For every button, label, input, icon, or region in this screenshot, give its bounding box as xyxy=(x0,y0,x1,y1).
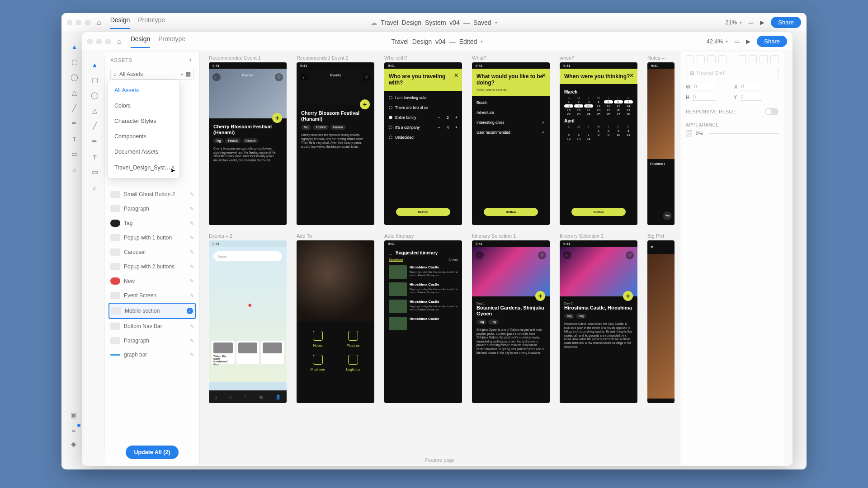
artboard-addto[interactable]: Notes Pictures Must see Logistics xyxy=(297,240,374,403)
zoom-tool-icon[interactable]: ⌕ xyxy=(70,164,80,174)
align-bottom-icon[interactable] xyxy=(708,55,716,63)
chevron-down-icon[interactable]: ▾ xyxy=(481,39,483,44)
component-item[interactable]: Popup with 2 buttons✎ xyxy=(108,259,196,274)
share-button[interactable]: Share xyxy=(757,36,787,47)
artboard-events2[interactable]: 9:41 Japan● Tokyo Big Sight Exhibition2 … xyxy=(209,240,287,403)
artboard-label[interactable]: Who with? xyxy=(384,55,462,61)
component-item[interactable]: Small Ghost Button 2✎ xyxy=(108,187,196,202)
favorite-icon[interactable]: ♡ xyxy=(626,251,634,259)
align-right-icon[interactable] xyxy=(738,55,746,63)
primary-button[interactable]: Button xyxy=(571,208,626,216)
edit-icon[interactable]: ✎ xyxy=(190,206,194,212)
select-tool-icon[interactable]: ▲ xyxy=(70,42,80,52)
mobile-preview-icon[interactable]: ▭ xyxy=(748,19,754,26)
ellipse-tool-icon[interactable]: ◯ xyxy=(90,90,100,100)
artboard-label[interactable]: Auto Itirenary xyxy=(384,233,462,239)
artboard-who[interactable]: 9:41 ✕Who are you traveling with? I am t… xyxy=(384,62,462,225)
favorite-icon[interactable]: ♡ xyxy=(363,73,371,81)
itinerary-row[interactable]: Hiroshima Castle xyxy=(389,317,458,330)
back-icon[interactable]: ← xyxy=(212,73,221,81)
close-icon[interactable]: ✕ xyxy=(542,72,546,79)
component-item[interactable]: Paragraph✎ xyxy=(108,202,196,216)
repeat-grid-button[interactable]: ▦Repeat Grid xyxy=(686,68,778,78)
text-tool-icon[interactable]: T xyxy=(90,152,100,162)
back-icon[interactable]: ← xyxy=(300,73,308,81)
edit-icon[interactable]: ✎ xyxy=(190,278,194,284)
opacity-value[interactable]: 0% xyxy=(696,131,703,136)
camera-icon[interactable]: 📷 xyxy=(663,211,672,221)
pen-tool-icon[interactable]: ✒ xyxy=(70,118,80,128)
align-vcenter-icon[interactable] xyxy=(697,55,705,63)
tab-design[interactable]: Design xyxy=(131,35,151,48)
mobile-preview-icon[interactable]: ▭ xyxy=(734,38,740,45)
add-fab[interactable]: + xyxy=(535,291,545,301)
component-item[interactable]: graph bar✎ xyxy=(108,348,196,361)
back-tab-design[interactable]: Design xyxy=(110,16,130,29)
artboard-label[interactable]: Itinerary Selection 2 xyxy=(560,233,637,239)
menu-doc-assets[interactable]: Document Assets xyxy=(108,144,179,160)
traffic-lights[interactable] xyxy=(87,39,111,44)
select-tool-icon[interactable]: ▲ xyxy=(90,60,100,70)
artboard-itin2[interactable]: 9:41 ←♡+ Day 2Hiroshima Castle, Hiroshim… xyxy=(560,240,637,403)
align-top-icon[interactable] xyxy=(686,55,694,63)
favorite-icon[interactable]: ♡ xyxy=(275,73,283,81)
artboard-event1[interactable]: 9:41 ←Events♡+ Cherry Blossom Festival (… xyxy=(209,62,287,225)
text-tool-icon[interactable]: T xyxy=(70,134,80,144)
menu-all-assets[interactable]: All Assets xyxy=(108,83,179,98)
zoom-level[interactable]: 42.4% xyxy=(706,38,723,45)
back-share-button[interactable]: Share xyxy=(771,17,801,28)
edit-icon[interactable]: ✎ xyxy=(190,338,194,344)
edit-icon[interactable]: ✎ xyxy=(190,249,194,255)
line-tool-icon[interactable]: ╱ xyxy=(70,103,80,113)
artboard-label[interactable]: when? xyxy=(560,55,637,61)
canvas[interactable]: Recommended Event 1 9:41 ←Events♡+ Cherr… xyxy=(200,52,680,465)
traffic-lights[interactable] xyxy=(67,20,90,25)
edit-icon[interactable]: ✎ xyxy=(190,192,194,197)
responsive-toggle[interactable] xyxy=(765,108,778,115)
artboard-label[interactable]: Big Pict xyxy=(647,233,680,239)
height-input[interactable] xyxy=(692,93,715,101)
play-icon[interactable]: ▶ xyxy=(760,19,764,26)
component-item[interactable]: Event Screen✎ xyxy=(108,288,196,303)
edit-icon[interactable]: ✎ xyxy=(190,293,194,299)
close-icon[interactable]: ✕ xyxy=(629,72,634,79)
component-item[interactable]: Mobile-section✓ xyxy=(108,303,196,319)
artboard-notes[interactable]: 9:41 Fushimi I 📷 xyxy=(647,62,675,225)
add-asset-icon[interactable]: ＋ xyxy=(187,56,194,64)
distribute-icon[interactable] xyxy=(760,55,768,63)
home-icon[interactable]: ⌂ xyxy=(117,38,122,46)
component-item[interactable]: New✎ xyxy=(108,274,196,288)
primary-button[interactable]: Button xyxy=(484,208,538,216)
opacity-slider[interactable] xyxy=(709,133,778,134)
back-tab-prototype[interactable]: Prototype xyxy=(138,16,165,29)
back-icon[interactable]: ← xyxy=(389,252,393,257)
edit-icon[interactable]: ✎ xyxy=(190,221,194,226)
line-tool-icon[interactable]: ╱ xyxy=(90,121,100,131)
menu-components[interactable]: Components xyxy=(108,129,179,144)
artboard-label[interactable]: Recommended Event 2 xyxy=(297,55,374,61)
ellipse-tool-icon[interactable]: ◯ xyxy=(70,72,80,82)
addto-pictures[interactable]: Pictures xyxy=(339,331,367,347)
width-input[interactable] xyxy=(693,83,716,90)
artboard-itin1[interactable]: 9:41 ←♡+ Day 1Botanical Gardens, Shinjuk… xyxy=(472,240,550,403)
favorite-icon[interactable]: ♡ xyxy=(538,251,546,259)
artboard-label[interactable]: Add To xyxy=(297,233,374,239)
home-icon[interactable]: ⌂ xyxy=(97,19,101,27)
component-item[interactable]: Tag✎ xyxy=(108,216,196,230)
rectangle-tool-icon[interactable]: ▢ xyxy=(90,75,100,85)
grid-view-icon[interactable]: ▦ xyxy=(186,71,191,77)
polygon-tool-icon[interactable]: △ xyxy=(90,106,100,116)
artboard-bigpic[interactable]: ✕ xyxy=(647,240,675,403)
polygon-tool-icon[interactable]: △ xyxy=(70,88,80,98)
layers-icon[interactable]: ≡ xyxy=(69,425,79,435)
edit-icon[interactable]: ✎ xyxy=(190,235,194,241)
menu-linked-doc[interactable]: Travel_Design_Syst…✕ xyxy=(108,160,179,175)
add-fab[interactable]: + xyxy=(623,291,633,301)
align-left-icon[interactable] xyxy=(718,55,726,63)
plugins-icon[interactable]: ◆ xyxy=(69,439,79,449)
artboard-label[interactable]: What? xyxy=(472,55,550,61)
align-hcenter-icon[interactable] xyxy=(749,55,757,63)
edit-icon[interactable]: ✎ xyxy=(190,324,194,329)
pen-tool-icon[interactable]: ✒ xyxy=(90,136,100,146)
addto-mustsee[interactable]: Must see xyxy=(304,355,332,371)
